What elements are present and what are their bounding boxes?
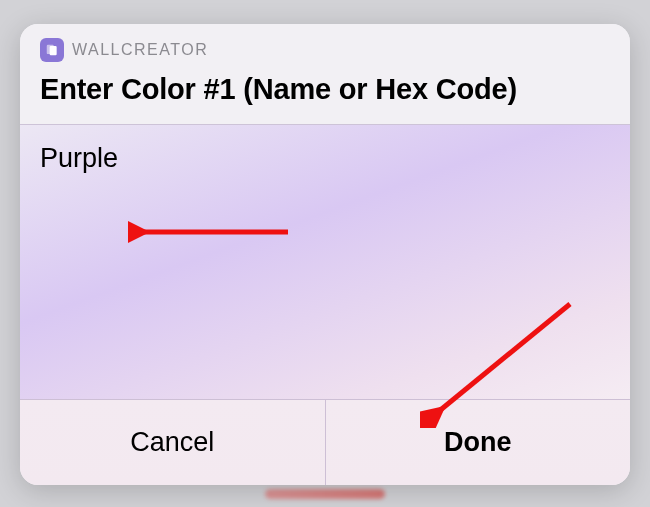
input-area <box>20 125 630 399</box>
cancel-button[interactable]: Cancel <box>20 400 326 485</box>
dialog-title: Enter Color #1 (Name or Hex Code) <box>40 72 610 106</box>
wallcreator-app-icon <box>40 38 64 62</box>
dialog-header: WALLCREATOR Enter Color #1 (Name or Hex … <box>20 24 630 125</box>
color-input[interactable] <box>40 143 610 174</box>
done-button[interactable]: Done <box>326 400 631 485</box>
dialog-button-row: Cancel Done <box>20 399 630 485</box>
color-input-dialog: WALLCREATOR Enter Color #1 (Name or Hex … <box>20 24 630 485</box>
svg-rect-1 <box>50 46 57 55</box>
app-name-label: WALLCREATOR <box>72 41 208 59</box>
app-identity-row: WALLCREATOR <box>40 38 610 62</box>
